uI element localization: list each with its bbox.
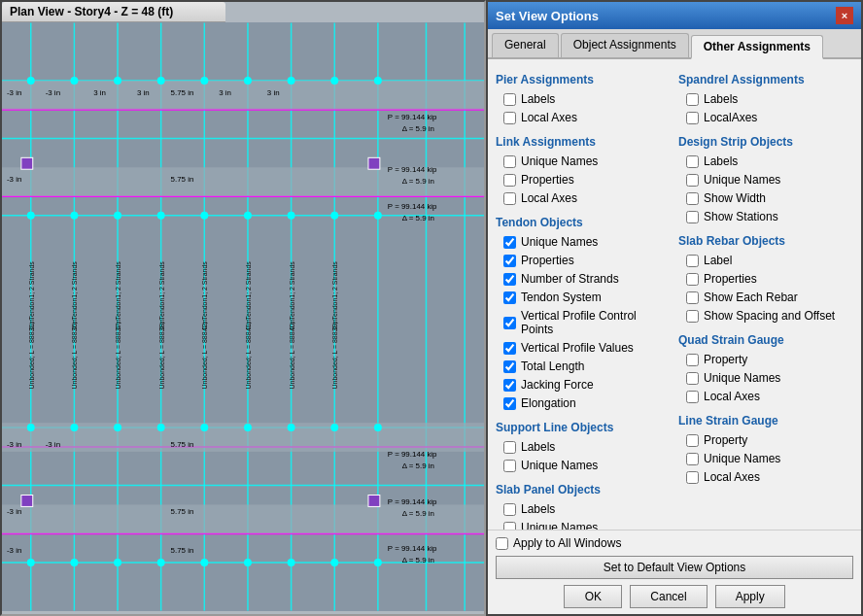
svg-rect-28 <box>368 157 380 169</box>
svg-text:Δ = 5.9 in: Δ = 5.9 in <box>402 509 434 518</box>
apply-all-checkbox[interactable] <box>496 537 508 550</box>
svg-point-32 <box>114 77 121 85</box>
pier-local-axes-label: Local Axes <box>521 111 577 124</box>
svg-text:Δ = 5.9 in: Δ = 5.9 in <box>402 556 434 565</box>
spandrel-local-axes-checkbox[interactable] <box>686 112 699 124</box>
tendon-jacking-force-row: Jacking Force <box>496 378 671 392</box>
dialog-content: Pier Assignments Labels Local Axes Link … <box>488 59 861 530</box>
quad-local-axes-checkbox[interactable] <box>686 391 699 403</box>
svg-point-46 <box>330 212 338 220</box>
link-properties-checkbox[interactable] <box>503 174 516 187</box>
design-strip-labels-checkbox[interactable] <box>686 155 699 168</box>
svg-text:P = 99.144 kip: P = 99.144 kip <box>388 450 437 459</box>
svg-text:Unbonded; L = 888.0 in: Unbonded; L = 888.0 in <box>245 319 252 389</box>
tendon-system-label: Tendon System <box>521 291 602 304</box>
slab-rebar-label-checkbox[interactable] <box>686 255 699 267</box>
tendon-system-checkbox[interactable] <box>503 291 516 304</box>
link-local-axes-checkbox[interactable] <box>503 192 516 205</box>
slab-rebar-properties-row: Properties <box>678 272 853 286</box>
close-button[interactable]: × <box>836 7 853 24</box>
tendon-vert-profile-val-checkbox[interactable] <box>503 342 516 355</box>
set-default-button[interactable]: Set to Default View Options <box>496 556 853 579</box>
svg-text:Δ = 5.9 in: Δ = 5.9 in <box>402 177 434 186</box>
svg-point-50 <box>114 424 121 431</box>
dialog-titlebar: Set View Options × <box>488 2 861 29</box>
slab-panel-labels-row: Labels <box>496 502 671 516</box>
spandrel-local-axes-row: LocalAxes <box>678 111 853 124</box>
apply-all-row: Apply to All Windows <box>496 536 853 550</box>
tendon-total-length-row: Total Length <box>496 359 671 373</box>
quad-local-axes-row: Local Axes <box>678 390 853 403</box>
svg-text:Unbonded; L = 888.0 in: Unbonded; L = 888.0 in <box>28 319 35 389</box>
slab-rebar-show-each-checkbox[interactable] <box>686 291 699 304</box>
section-quad-strain: Quad Strain Gauge <box>678 333 853 347</box>
design-strip-show-width-row: Show Width <box>678 191 853 205</box>
tendon-jacking-force-label: Jacking Force <box>521 378 594 392</box>
svg-text:-3 in: -3 in <box>46 88 60 97</box>
pier-local-axes-row: Local Axes <box>496 111 671 124</box>
svg-text:Unbonded; L = 888.0 in: Unbonded; L = 888.0 in <box>71 319 78 389</box>
svg-rect-27 <box>21 496 33 507</box>
line-local-axes-checkbox[interactable] <box>686 471 699 484</box>
tendon-total-length-checkbox[interactable] <box>503 360 516 373</box>
link-local-axes-row: Local Axes <box>496 191 671 205</box>
tendon-system-row: Tendon System <box>496 291 671 304</box>
ok-button[interactable]: OK <box>564 585 622 608</box>
support-unique-names-checkbox[interactable] <box>503 460 516 472</box>
tendon-properties-label: Properties <box>521 254 574 267</box>
tendon-num-strands-label: Number of Strands <box>521 272 619 286</box>
support-unique-names-label: Unique Names <box>521 459 598 472</box>
link-local-axes-label: Local Axes <box>521 191 577 205</box>
tendon-vert-profile-ctrl-checkbox[interactable] <box>503 317 516 329</box>
cancel-button[interactable]: Cancel <box>630 585 707 608</box>
line-unique-names-checkbox[interactable] <box>686 453 699 465</box>
svg-text:-3 in: -3 in <box>7 546 21 555</box>
design-strip-show-stations-checkbox[interactable] <box>686 211 699 223</box>
design-strip-show-stations-label: Show Stations <box>704 210 778 223</box>
link-unique-names-label: Unique Names <box>521 154 598 168</box>
line-property-checkbox[interactable] <box>686 434 699 447</box>
pier-local-axes-checkbox[interactable] <box>503 112 516 124</box>
tab-other-assignments[interactable]: Other Assignments <box>691 35 823 59</box>
svg-point-60 <box>157 559 165 566</box>
tab-object-assignments[interactable]: Object Assignments <box>561 33 689 57</box>
tendon-num-strands-row: Number of Strands <box>496 272 671 286</box>
svg-text:Unbonded; L = 888.0 in: Unbonded; L = 888.0 in <box>201 319 208 389</box>
quad-unique-names-checkbox[interactable] <box>686 372 699 385</box>
tendon-vert-profile-val-row: Vertical Profile Values <box>496 341 671 355</box>
tendon-vert-profile-ctrl-row: Vertical Profile Control Points <box>496 309 671 336</box>
tab-general[interactable]: General <box>492 33 559 57</box>
slab-panel-unique-names-label: Unique Names <box>521 521 598 530</box>
slab-rebar-show-spacing-row: Show Spacing and Offset <box>678 309 853 323</box>
link-unique-names-checkbox[interactable] <box>503 155 516 168</box>
tendon-elongation-label: Elongation <box>521 396 576 410</box>
tendon-elongation-checkbox[interactable] <box>503 397 516 410</box>
slab-rebar-properties-checkbox[interactable] <box>686 273 699 286</box>
svg-text:Unbonded; L = 888.0 in: Unbonded; L = 888.0 in <box>331 319 338 389</box>
spandrel-labels-row: Labels <box>678 92 853 106</box>
slab-panel-unique-names-checkbox[interactable] <box>503 522 516 530</box>
svg-point-52 <box>200 424 208 431</box>
slab-rebar-show-spacing-checkbox[interactable] <box>686 310 699 323</box>
tendon-properties-row: Properties <box>496 254 671 267</box>
svg-text:5.75 in: 5.75 in <box>171 440 194 449</box>
tendon-properties-checkbox[interactable] <box>503 255 516 267</box>
slab-panel-labels-checkbox[interactable] <box>503 503 516 516</box>
tendon-unique-names-checkbox[interactable] <box>503 236 516 249</box>
design-strip-show-width-checkbox[interactable] <box>686 192 699 205</box>
pier-labels-checkbox[interactable] <box>503 93 516 106</box>
svg-point-45 <box>288 212 295 220</box>
tendon-num-strands-checkbox[interactable] <box>503 273 516 286</box>
tendon-jacking-force-checkbox[interactable] <box>503 379 516 392</box>
apply-button[interactable]: Apply <box>715 585 785 608</box>
design-strip-unique-names-checkbox[interactable] <box>686 174 699 187</box>
svg-point-39 <box>27 212 35 220</box>
section-line-strain: Line Strain Gauge <box>678 414 853 428</box>
spandrel-labels-checkbox[interactable] <box>686 93 699 106</box>
support-labels-checkbox[interactable] <box>503 441 516 454</box>
spandrel-labels-label: Labels <box>704 92 738 106</box>
dialog-footer: Apply to All Windows Set to Default View… <box>488 530 861 614</box>
svg-text:Unbonded; L = 888.0 in: Unbonded; L = 888.0 in <box>158 319 165 389</box>
design-strip-show-stations-row: Show Stations <box>678 210 853 223</box>
quad-property-checkbox[interactable] <box>686 354 699 366</box>
